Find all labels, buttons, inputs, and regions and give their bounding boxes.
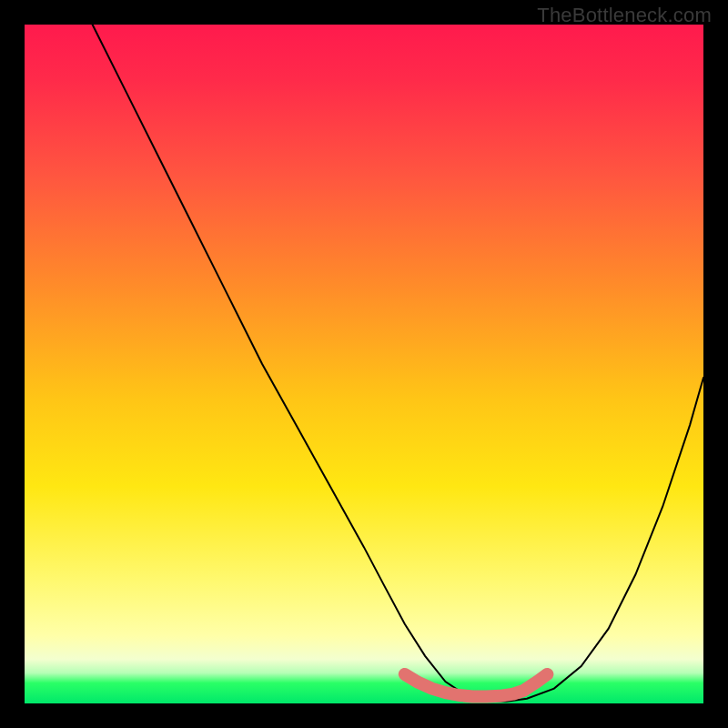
sweet-spot-marker bbox=[405, 674, 548, 697]
watermark-label: TheBottleneck.com bbox=[537, 4, 712, 27]
chart-frame: TheBottleneck.com bbox=[0, 0, 728, 728]
bottleneck-curve bbox=[93, 25, 703, 702]
plot-area bbox=[25, 25, 703, 703]
chart-svg bbox=[25, 25, 703, 703]
